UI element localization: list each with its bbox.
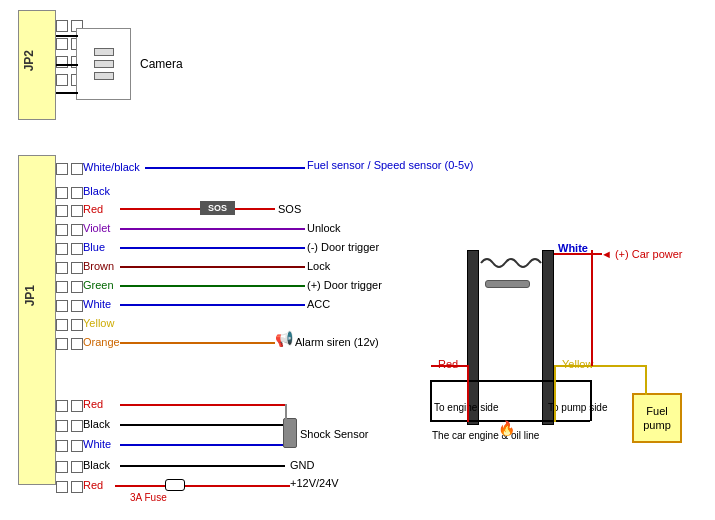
- speaker-icon: 📢: [275, 330, 294, 348]
- jp1-pins-row15: [56, 481, 83, 493]
- jp1-pins-row10: [56, 338, 83, 350]
- jp1-pins-row4: [56, 224, 83, 236]
- engine-red-label: Red: [438, 358, 458, 370]
- wire-violet: [120, 228, 305, 230]
- jp1-pins-row2: [56, 187, 83, 199]
- engine-top-line: [430, 380, 590, 382]
- wire-white2: [120, 444, 285, 446]
- sos-label: SOS: [208, 203, 227, 213]
- wire-label-white1: White: [83, 298, 111, 310]
- jp1-pins-row12: [56, 420, 83, 432]
- jp1-pins-row1: [56, 163, 83, 175]
- wire-label-white-black: White/black: [83, 161, 140, 173]
- wire-red-sos: [120, 208, 200, 210]
- jp1-pins-row9: [56, 319, 83, 331]
- jp1-pins-row11: [56, 400, 83, 412]
- wire-label-brown: Brown: [83, 260, 114, 272]
- wire-label-red1: Red: [83, 203, 103, 215]
- label-to-pump: To pump side: [548, 402, 607, 413]
- wire-jp2-camera-bot: [56, 92, 78, 94]
- wire-to-fuel-pump: [591, 365, 646, 367]
- wire-white1: [120, 304, 305, 306]
- jp2-label: JP2: [22, 50, 36, 71]
- fuel-pump-box: Fuelpump: [632, 393, 682, 443]
- wire-v-yellow-engine: [554, 365, 556, 422]
- wire-label-black3: Black: [83, 459, 110, 471]
- jp1-pins-row14: [56, 461, 83, 473]
- jp1-pins-row6: [56, 262, 83, 274]
- label-door-minus: (-) Door trigger: [307, 241, 379, 253]
- label-power: +12V/24V: [290, 477, 339, 489]
- wire-red-fuse1: [115, 485, 165, 487]
- wire-label-red2: Red: [83, 398, 103, 410]
- label-acc: ACC: [307, 298, 330, 310]
- fuel-pump-label: Fuelpump: [643, 404, 671, 433]
- engine-rod: [485, 280, 530, 288]
- wire-v-shock: [285, 404, 287, 446]
- jp1-label: JP1: [23, 285, 37, 306]
- wire-label-green: Green: [83, 279, 114, 291]
- coil-symbol: [479, 252, 542, 274]
- label-fuse: 3A Fuse: [130, 492, 167, 503]
- diagram-container: JP2 Camera JP1: [0, 0, 715, 520]
- wire-white-black: [145, 167, 305, 169]
- wire-red-fuse2: [185, 485, 290, 487]
- label-engine-oil: The car engine & oil line: [432, 430, 539, 441]
- wire-label-blue: Blue: [83, 241, 105, 253]
- wire-label-orange: Orange: [83, 336, 120, 348]
- camera-label: Camera: [140, 57, 183, 71]
- wire-sos-right: [235, 208, 275, 210]
- wire-jp2-camera-top: [56, 35, 78, 37]
- jp1-pins-row8: [56, 300, 83, 312]
- wire-label-black1: Black: [83, 185, 110, 197]
- wire-v-fuel-pump: [645, 365, 647, 395]
- engine-v-left: [430, 380, 432, 421]
- flame-icon: 🔥: [498, 420, 515, 436]
- wire-red2: [120, 404, 285, 406]
- wire-engine-yellow: [554, 365, 591, 367]
- label-fuel-sensor: Fuel sensor / Speed sensor (0-5v): [307, 159, 473, 171]
- jp1-pins-row7: [56, 281, 83, 293]
- wire-blue: [120, 247, 305, 249]
- jp1-pins-row5: [56, 243, 83, 255]
- label-shock-sensor: Shock Sensor: [300, 428, 368, 440]
- wire-jp2-camera-mid: [56, 64, 78, 66]
- wire-engine-red: [431, 365, 468, 367]
- jp1-block: [18, 155, 56, 485]
- wire-label-yellow: Yellow: [83, 317, 114, 329]
- wire-label-black2: Black: [83, 418, 110, 430]
- label-gnd: GND: [290, 459, 314, 471]
- wire-fuse-line: [115, 485, 121, 487]
- jp1-pins-row13: [56, 440, 83, 452]
- wire-label-violet: Violet: [83, 222, 110, 234]
- wire-black3: [120, 465, 285, 467]
- wire-car-power: [554, 253, 602, 255]
- engine-yellow-label: Yellow: [562, 358, 593, 370]
- wire-v-car-power: [591, 250, 593, 366]
- label-lock: Lock: [307, 260, 330, 272]
- wire-label-red3: Red: [83, 479, 103, 491]
- wire-label-white2: White: [83, 438, 111, 450]
- label-sos: SOS: [278, 203, 301, 215]
- engine-car-power-label: ◄ (+) Car power: [601, 248, 683, 260]
- camera-box: [76, 28, 131, 100]
- wire-orange: [120, 342, 275, 344]
- wire-green: [120, 285, 305, 287]
- jp1-pins-row3: [56, 205, 83, 217]
- wire-black2: [120, 424, 285, 426]
- wire-v-red-engine: [467, 365, 469, 422]
- label-alarm-siren: Alarm siren (12v): [295, 336, 379, 348]
- engine-bar-right: [542, 250, 554, 425]
- wire-brown: [120, 266, 305, 268]
- label-unlock: Unlock: [307, 222, 341, 234]
- engine-v-right: [590, 380, 592, 421]
- engine-bar-left: [467, 250, 479, 425]
- sos-box: SOS: [200, 201, 235, 215]
- fuse-symbol: [165, 479, 185, 491]
- label-door-plus: (+) Door trigger: [307, 279, 382, 291]
